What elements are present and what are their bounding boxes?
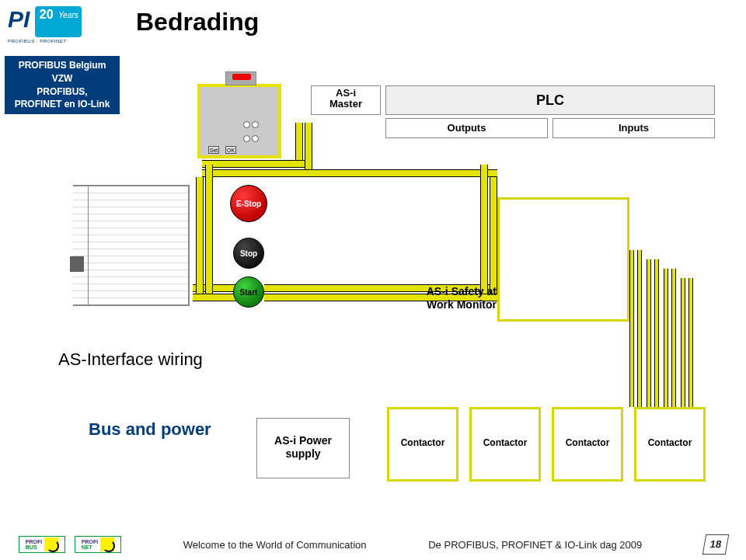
- device-button-set[interactable]: Set: [208, 146, 219, 154]
- footer: PROFI BUS PROFI NET Welcome to the World…: [0, 529, 746, 560]
- contactor-4: Contactor: [634, 407, 706, 482]
- estop-button[interactable]: E-Stop: [230, 185, 267, 222]
- rail-contactor: [637, 250, 642, 407]
- bus-segment: [295, 123, 303, 160]
- safety-gate: [73, 185, 190, 306]
- wiring-label: AS-Interface wiring: [58, 350, 203, 370]
- footer-right-text: De PROFIBUS, PROFINET & IO-Link dag 2009: [428, 539, 642, 551]
- rail-contactor: [654, 259, 659, 407]
- profinet-logo: PROFI NET: [75, 536, 121, 553]
- gate-lock-icon: [70, 256, 84, 272]
- rail-contactor: [681, 278, 685, 407]
- device-button-ok[interactable]: OK: [225, 146, 236, 154]
- device-cap-connector: [225, 71, 256, 85]
- profinet-icon: [100, 537, 114, 551]
- bus-segment: [202, 160, 311, 168]
- bus-segment: [202, 169, 497, 177]
- profibus-icon: [44, 537, 58, 551]
- bus-segment: [490, 177, 497, 294]
- monitor-label: AS-i Safety at Work Monitor: [403, 285, 497, 311]
- asi-master-label: AS-i Master: [311, 85, 381, 115]
- footer-logos: PROFI BUS PROFI NET: [19, 536, 121, 553]
- page-number: 18: [702, 534, 730, 555]
- profibus-logo: PROFI BUS: [19, 536, 65, 553]
- plc-inputs: Inputs: [553, 118, 715, 138]
- start-button[interactable]: Start: [233, 277, 264, 308]
- contactor-2: Contactor: [469, 407, 541, 482]
- rail-contactor: [671, 269, 676, 407]
- plc-block: AS-i Master PLC Outputs Inputs: [311, 85, 715, 140]
- rail-contactor: [664, 269, 668, 407]
- plc-outputs: Outputs: [385, 118, 548, 138]
- contactor-1: Contactor: [387, 407, 458, 482]
- gate-hinge: [73, 186, 89, 304]
- contactor-3: Contactor: [552, 407, 623, 482]
- safety-monitor: AS-i Safety at Work Monitor: [497, 197, 629, 322]
- diagram-stage: Set OK AS-i Master PLC Outputs Inputs E-…: [0, 0, 746, 560]
- device-leds: [242, 118, 266, 141]
- plc-label: PLC: [385, 85, 715, 115]
- stop-button[interactable]: Stop: [233, 238, 264, 269]
- bus-and-power-label: Bus and power: [89, 419, 211, 440]
- rail-contactor: [688, 278, 693, 407]
- bus-segment: [196, 177, 204, 294]
- bus-segment: [193, 294, 239, 301]
- rail-contactor: [629, 250, 634, 407]
- asi-power-supply: AS-i Power supply: [256, 418, 350, 478]
- bus-segment: [480, 165, 488, 294]
- asi-master-device: Set OK: [197, 84, 281, 158]
- bus-segment: [205, 165, 213, 294]
- rail-contactor: [647, 259, 651, 407]
- footer-left-text: Welcome to the World of Communication: [183, 539, 367, 551]
